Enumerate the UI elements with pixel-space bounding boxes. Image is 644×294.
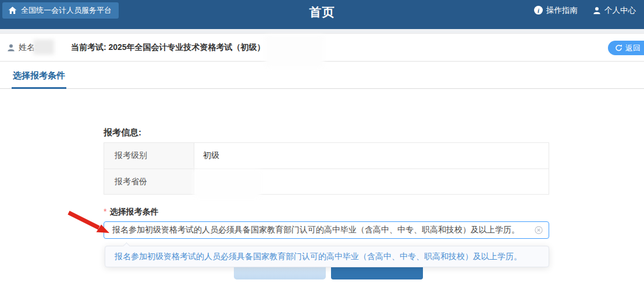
back-button[interactable]: 返回 [608, 41, 644, 55]
redacted-name [33, 40, 54, 55]
dropdown-option[interactable]: 报名参加初级资格考试的人员必须具备国家教育部门认可的高中毕业（含高中、中专、职高… [105, 246, 549, 267]
tab-select-condition[interactable]: 选择报考条件 [12, 66, 66, 89]
province-label-cell: 报考省份 [104, 169, 194, 194]
brand-label: 全国统一会计人员服务平台 [21, 5, 112, 16]
current-exam-text: 当前考试: 2025年全国会计专业技术资格考试（初级） [71, 42, 265, 53]
guide-link-label: 操作指南 [546, 5, 578, 16]
info-icon: i [534, 6, 543, 15]
refresh-icon [615, 44, 622, 52]
personal-center-link[interactable]: 个人中心 [593, 5, 636, 16]
redacted-region [266, 36, 323, 66]
home-nav-button[interactable]: 全国统一会计人员服务平台 [2, 2, 119, 19]
tab-bar: 选择报考条件 [0, 66, 644, 89]
personal-link-label: 个人中心 [604, 5, 636, 16]
page: 全国统一会计人员服务平台 首页 i 操作指南 个人中心 姓名: 当前考试: [0, 0, 644, 294]
condition-field-label: *选择报考条件 [104, 207, 158, 217]
required-mark: * [104, 207, 106, 216]
table-row: 报考省份 [104, 168, 549, 194]
autocomplete-dropdown: 报名参加初级资格考试的人员必须具备国家教育部门认可的高中毕业（含高中、中专、职高… [105, 246, 549, 267]
registration-info-table: 报考级别 初级 报考省份 [104, 142, 549, 195]
top-navigation-bar: 全国统一会计人员服务平台 首页 i 操作指南 个人中心 [0, 0, 644, 29]
condition-input[interactable] [104, 221, 549, 239]
user-icon-gray [7, 44, 15, 52]
guide-link[interactable]: i 操作指南 [534, 5, 578, 16]
topbar-links: i 操作指南 个人中心 [534, 5, 636, 16]
info-heading: 报考信息: [104, 127, 141, 138]
user-icon [593, 6, 601, 15]
home-icon [8, 6, 17, 15]
clear-icon[interactable] [535, 226, 543, 234]
level-label-cell: 报考级别 [104, 143, 194, 168]
redacted-province [194, 170, 259, 198]
condition-label-text: 选择报考条件 [109, 207, 158, 216]
condition-input-wrap [104, 221, 549, 239]
divider-strip [0, 29, 644, 33]
back-button-label: 返回 [625, 43, 641, 53]
table-row: 报考级别 初级 [104, 143, 549, 168]
level-value-cell: 初级 [194, 143, 549, 168]
